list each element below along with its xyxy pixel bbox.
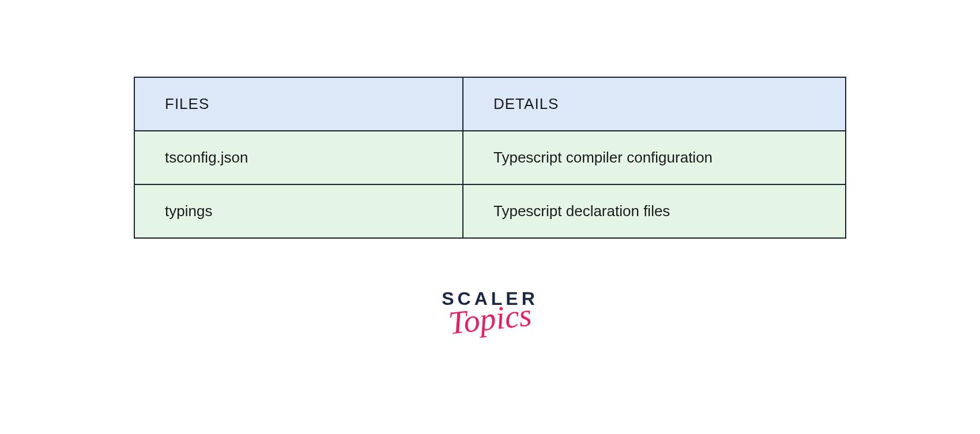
cell-details: Typescript compiler configuration xyxy=(463,131,845,184)
scaler-topics-logo: SCALER Topics xyxy=(442,289,538,333)
cell-files: tsconfig.json xyxy=(135,131,463,184)
logo-topics-text: Topics xyxy=(447,300,533,338)
header-details: DETAILS xyxy=(463,78,845,130)
files-table: FILES DETAILS tsconfig.json Typescript c… xyxy=(134,77,846,239)
cell-files: typings xyxy=(135,185,463,237)
table-header-row: FILES DETAILS xyxy=(135,78,845,131)
cell-details: Typescript declaration files xyxy=(463,185,845,237)
table-row: typings Typescript declaration files xyxy=(135,185,845,237)
header-files: FILES xyxy=(135,78,463,130)
table-row: tsconfig.json Typescript compiler config… xyxy=(135,131,845,185)
